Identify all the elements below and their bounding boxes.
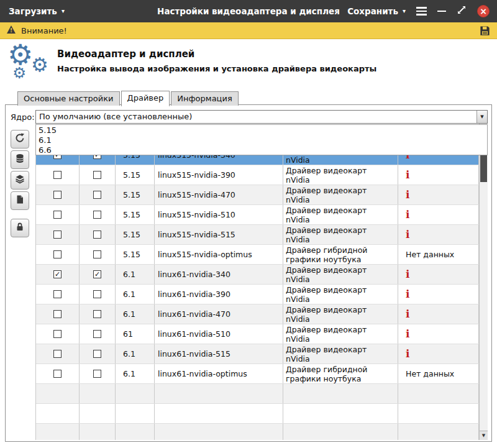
load-button[interactable]: Загрузить ▾ [9, 0, 65, 22]
installed-checkbox[interactable] [53, 330, 62, 338]
table-row[interactable]: 6.1 linux61-nvidia-515 Драйвер видеокарт… [36, 344, 479, 364]
menu-icon[interactable] [416, 7, 427, 16]
document-button[interactable] [11, 191, 29, 210]
installed-checkbox[interactable] [53, 250, 62, 258]
vertical-scrollbar[interactable]: ▼ [479, 124, 488, 440]
kernel-version: 6.1 [116, 304, 155, 324]
table-row[interactable]: 5.15 linux515-nvidia-390 Драйвер видеока… [36, 165, 479, 185]
selected-checkbox[interactable] [93, 310, 101, 318]
driver-info [398, 384, 479, 403]
kernel-version: 6.1 [116, 364, 155, 383]
content-panel: Ядро: По умолчанию (все установленные) ▼… [5, 104, 492, 442]
driver-name: linux61-nvidia-510 [155, 324, 283, 344]
table-row[interactable] [36, 424, 479, 440]
selected-checkbox[interactable] [93, 231, 101, 239]
driver-description: Драйвер видеокарт nVidia [283, 285, 398, 304]
selected-checkbox[interactable] [93, 290, 101, 298]
kernel-version [116, 424, 155, 440]
kernel-option[interactable]: 6.1 [36, 135, 487, 145]
selected-checkbox[interactable] [93, 171, 101, 179]
kernel-version [116, 384, 155, 403]
save-button[interactable]: Сохранить ▾ [347, 6, 406, 16]
minimize-icon[interactable] [437, 11, 446, 12]
installed-checkbox[interactable] [53, 350, 62, 358]
table-row[interactable] [36, 384, 479, 404]
driver-description [283, 384, 398, 403]
installed-checkbox[interactable] [53, 290, 62, 298]
kernel-label: Ядро: [11, 112, 35, 122]
tab-driver[interactable]: Драйвер [121, 91, 170, 106]
tab-information[interactable]: Информация [171, 91, 238, 106]
document-icon [15, 194, 25, 207]
selected-checkbox[interactable] [93, 250, 101, 258]
selected-checkbox[interactable]: ✓ [93, 270, 101, 278]
gears-icon: ⚙ ⚙ ⚙ [5, 40, 56, 88]
selected-checkbox[interactable] [93, 330, 101, 338]
driver-name: linux515-nvidia-515 [155, 225, 283, 244]
kernel-version: 5.15 [116, 225, 155, 244]
table-row[interactable]: ✓ ✓ 6.1 linux61-nvidia-340 Драйвер видео… [36, 265, 479, 285]
table-row[interactable]: 61 linux61-nvidia-510 Драйвер видеокарт … [36, 324, 479, 344]
selected-checkbox[interactable] [93, 211, 101, 219]
installed-checkbox[interactable] [53, 370, 62, 378]
warning-icon: ! [6, 25, 16, 36]
drivers-table: ✓ ✓ 5.15 linux515-nvidia-340 Драйвер вид… [35, 124, 488, 440]
driver-name [155, 424, 283, 440]
table-row[interactable]: 5.15 linux515-nvidia-optimus Драйвер гиб… [36, 245, 479, 265]
installed-checkbox[interactable]: ✓ [53, 270, 62, 278]
table-row[interactable]: 6.1 linux61-nvidia-470 Драйвер видеокарт… [36, 304, 479, 324]
driver-info: Нет данных [398, 364, 479, 383]
caret-down-icon: ▾ [62, 8, 65, 14]
kernel-version: 6.1 [116, 344, 155, 363]
scrollbar-down-button[interactable]: ▼ [480, 431, 488, 440]
info-icon[interactable]: i [406, 170, 409, 180]
tab-main-settings[interactable]: Основные настройки [17, 91, 120, 106]
selected-checkbox[interactable] [93, 191, 101, 199]
kernel-option[interactable]: 5.15 [36, 126, 487, 135]
info-icon[interactable]: i [406, 190, 409, 200]
kernel-combobox[interactable]: По умолчанию (все установленные) ▼ [35, 110, 488, 124]
kernel-version: 6.1 [116, 265, 155, 284]
caret-down-icon: ▾ [403, 8, 406, 14]
table-row[interactable] [36, 404, 479, 424]
info-icon[interactable]: i [406, 289, 409, 299]
installed-checkbox[interactable] [53, 231, 62, 239]
driver-name: linux515-nvidia-510 [155, 205, 283, 224]
installed-checkbox[interactable] [53, 191, 62, 199]
lock-button[interactable] [11, 219, 29, 237]
close-icon[interactable]: × [477, 5, 490, 17]
installed-checkbox[interactable] [53, 310, 62, 318]
table-row[interactable]: 5.15 linux515-nvidia-470 Драйвер видеока… [36, 185, 479, 205]
table-row[interactable]: 6.1 linux61-nvidia-390 Драйвер видеокарт… [36, 285, 479, 304]
info-icon[interactable]: i [406, 229, 409, 240]
driver-description [283, 424, 398, 440]
selected-checkbox[interactable] [93, 370, 101, 378]
kernel-option[interactable]: 6.6 [36, 145, 487, 155]
info-icon[interactable]: i [406, 349, 409, 359]
info-icon[interactable]: i [406, 269, 409, 280]
database-button[interactable] [11, 150, 29, 169]
info-icon[interactable]: i [406, 309, 409, 319]
save-disk-icon[interactable] [479, 25, 491, 37]
installed-checkbox[interactable] [53, 211, 62, 219]
selected-checkbox[interactable] [93, 350, 101, 358]
maximize-icon[interactable] [457, 5, 467, 17]
page-subtitle: Настройка вывода изображения и установка… [57, 64, 376, 73]
combobox-arrow-button[interactable]: ▼ [476, 111, 487, 123]
table-row[interactable]: 5.15 linux515-nvidia-510 Драйвер видеока… [36, 205, 479, 225]
table-row[interactable]: 6.1 linux61-nvidia-optimus Драйвер гибри… [36, 364, 479, 384]
driver-description: Драйвер гибридной графики ноутбука [283, 364, 398, 383]
refresh-button[interactable] [11, 130, 29, 149]
info-icon[interactable]: i [406, 209, 409, 220]
driver-info: Нет данных [398, 245, 479, 264]
installed-checkbox[interactable] [53, 171, 62, 179]
svg-text:!: ! [10, 27, 12, 34]
kernel-version: 6.1 [116, 285, 155, 304]
kernel-version: 5.15 [116, 245, 155, 264]
info-icon[interactable]: i [406, 329, 409, 339]
driver-info [398, 424, 479, 440]
driver-description: Драйвер видеокарт nVidia [283, 324, 398, 344]
kernel-version: 61 [116, 324, 155, 344]
table-row[interactable]: 5.15 linux515-nvidia-515 Драйвер видеока… [36, 225, 479, 245]
layers-button[interactable] [11, 171, 29, 190]
